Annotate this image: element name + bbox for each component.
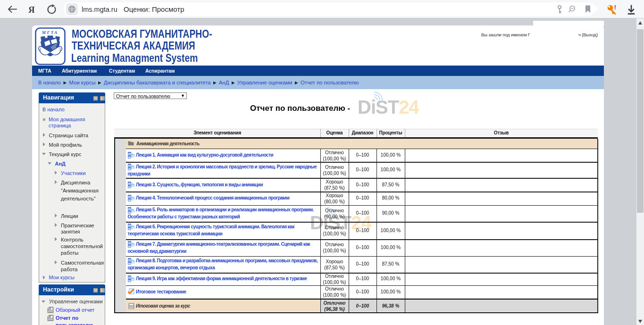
svg-text:МГТА: МГТА — [42, 30, 59, 35]
svg-text:!: ! — [614, 4, 617, 11]
svg-text:Я: Я — [28, 5, 35, 15]
svg-text:DiST24: DiST24 — [358, 97, 419, 117]
